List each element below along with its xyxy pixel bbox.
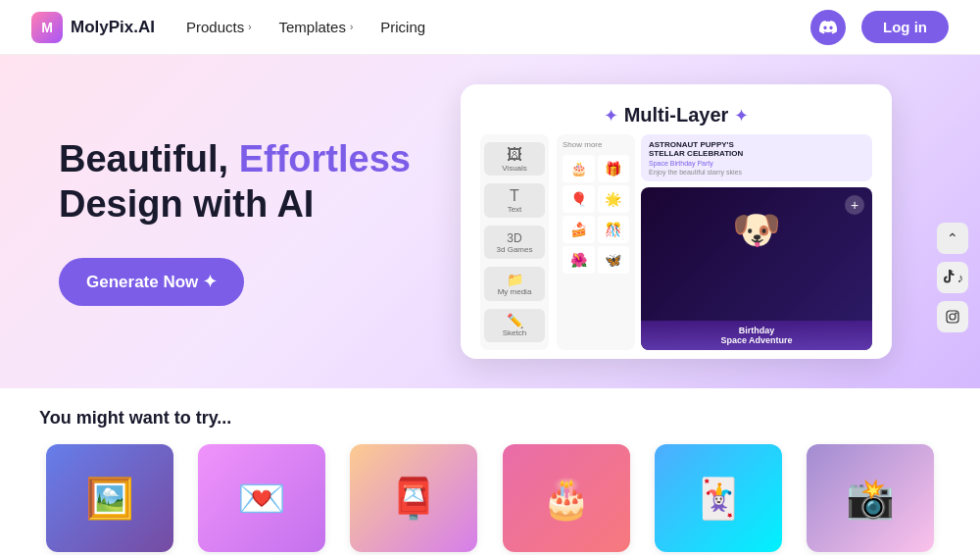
suggestions-section: You might want to try... 🖼️ Posters 💌 In…	[0, 388, 980, 555]
tiktok-button[interactable]: ♪	[937, 262, 968, 293]
nav-templates[interactable]: Templates ›	[279, 19, 354, 35]
instagram-button[interactable]	[937, 301, 968, 332]
tool-visuals[interactable]: 🖼 Visuals	[484, 142, 545, 176]
chevron-icon: ›	[350, 22, 353, 32]
elements-panel: Show more 🎂 🎁 🎈 🌟 🍰 🎊 🌺 🦋	[557, 134, 635, 350]
sparkle-icon2: ✦	[734, 105, 749, 126]
suggestion-thumb-invite: 💌	[198, 444, 325, 552]
chevron-icon: ›	[248, 22, 251, 32]
sticker-item[interactable]: 🎈	[563, 185, 595, 213]
add-layer-button[interactable]: +	[845, 195, 864, 215]
suggestion-invitations[interactable]: 💌 Invitations	[191, 444, 331, 555]
brand-name: MolyPix.AI	[71, 18, 155, 37]
discord-button[interactable]	[810, 10, 846, 45]
login-button[interactable]: Log in	[861, 11, 949, 43]
scroll-up-button[interactable]: ⌃	[937, 223, 968, 254]
hero-title: Beautiful, Effortless Design with AI	[59, 137, 431, 227]
sticker-item[interactable]: 🌺	[563, 246, 595, 274]
suggestion-thumb-idol: 🃏	[655, 444, 782, 552]
suggestions-grid: 🖼️ Posters 💌 Invitations 📮 Postcards 🎂 B…	[39, 444, 941, 555]
tool-sketch[interactable]: ✏️ Sketch	[484, 309, 545, 342]
svg-point-1	[950, 314, 956, 320]
canvas-bottom-label: Birthday Space Adventure	[641, 321, 872, 350]
sticker-item[interactable]: 🎁	[598, 155, 630, 182]
multi-layer-badge: ✦ Multi-Layer ✦	[480, 104, 872, 126]
sticker-item[interactable]: 🎂	[563, 155, 595, 182]
suggestions-title: You might want to try...	[39, 408, 941, 429]
editor-sidebar: 🖼 Visuals T Text 3D 3d Games	[480, 134, 549, 350]
tool-media[interactable]: 📁 My media	[484, 267, 545, 300]
suggestion-thumb-postcard: 📮	[350, 444, 477, 552]
canvas-subtitle: Space Birthday Party	[649, 160, 864, 167]
suggestion-birthday-cards[interactable]: 🎂 Birthday Cards	[496, 444, 636, 555]
logo-icon: M	[31, 12, 63, 43]
suggestion-thumb-photo: 📸	[807, 444, 934, 552]
canvas-area: ASTRONAUT PUPPY'SSTELLAR CELEBRATION Spa…	[641, 134, 872, 350]
nav-right: Log in	[810, 10, 949, 45]
tool-text[interactable]: T Text	[484, 183, 545, 217]
navbar: M MolyPix.AI Products › Templates › Pric…	[0, 0, 980, 55]
hero-image-area: ✦ Multi-Layer ✦ 🖼 Visuals T Text	[431, 55, 921, 388]
suggestion-idol-cards[interactable]: 🃏 Idol Cards	[648, 444, 788, 555]
canvas-caption: Enjoy the beautiful starry skies	[649, 169, 864, 176]
suggestion-posters[interactable]: 🖼️ Posters	[39, 444, 179, 555]
sticker-item[interactable]: 🎊	[598, 216, 630, 243]
tool-3d[interactable]: 3D 3d Games	[484, 226, 545, 259]
dog-illustration: 🐶	[732, 207, 781, 253]
sticker-item[interactable]: 🌟	[598, 185, 630, 213]
nav-products[interactable]: Products ›	[186, 19, 252, 35]
sticker-item[interactable]: 🍰	[563, 216, 595, 243]
nav-links: Products › Templates › Pricing	[186, 19, 425, 35]
logo[interactable]: M MolyPix.AI	[31, 12, 155, 43]
nav-left: M MolyPix.AI Products › Templates › Pric…	[31, 12, 425, 43]
editor-mock: 🖼 Visuals T Text 3D 3d Games	[480, 134, 872, 350]
canvas-bottom-subtitle: Space Adventure	[646, 335, 867, 345]
nav-pricing[interactable]: Pricing	[380, 19, 425, 35]
suggestion-photo-cards[interactable]: 📸 AI Photo Cards	[801, 444, 941, 555]
hero-card: ✦ Multi-Layer ✦ 🖼 Visuals T Text	[461, 84, 892, 359]
svg-point-2	[956, 313, 956, 314]
sticker-item[interactable]: 🦋	[598, 246, 630, 274]
hero-section: Beautiful, Effortless Design with AI Gen…	[0, 55, 980, 388]
suggestion-postcards[interactable]: 📮 Postcards	[344, 444, 484, 555]
side-icons: ⌃ ♪	[937, 223, 968, 332]
top-canvas-card: ASTRONAUT PUPPY'SSTELLAR CELEBRATION Spa…	[641, 134, 872, 181]
hero-text: Beautiful, Effortless Design with AI Gen…	[59, 137, 431, 306]
canvas-title-text: ASTRONAUT PUPPY'SSTELLAR CELEBRATION	[649, 140, 864, 158]
generate-now-button[interactable]: Generate Now ✦	[59, 258, 244, 306]
suggestion-thumb-poster: 🖼️	[46, 444, 173, 552]
sparkle-icon: ✦	[604, 105, 618, 126]
canvas-bottom-title: Birthday	[646, 326, 867, 335]
main-canvas[interactable]: + 🐶 Birthday Space Adventure	[641, 187, 872, 350]
suggestion-thumb-birthday: 🎂	[503, 444, 630, 552]
